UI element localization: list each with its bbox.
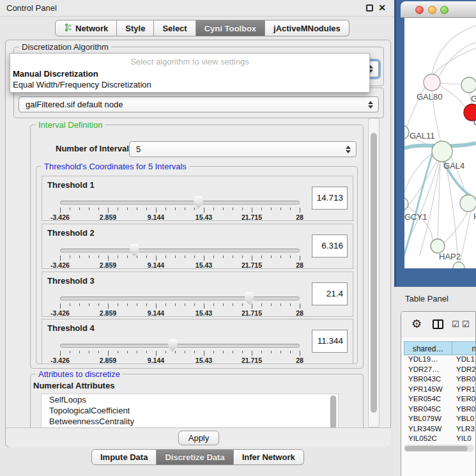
table-cell: YBR045C — [404, 405, 450, 415]
slider-thumb[interactable] — [244, 292, 254, 305]
threshold-panel: Threshold 3-3.4262.8599.14415.4321.71528… — [42, 272, 353, 317]
node-gal80[interactable] — [424, 74, 440, 91]
table-row[interactable]: YDL19…YDL1 — [404, 355, 476, 365]
bottom-tab-strip: Impute DataDiscretize DataInfer Network — [91, 449, 304, 465]
table-data-combobox[interactable]: galFiltered.sif default node — [19, 96, 379, 112]
table-cell: YBL079W — [404, 415, 450, 425]
algorithm-options: Manual DiscretizationEqual Width/Frequen… — [10, 68, 369, 90]
table-data-value: galFiltered.sif default node — [26, 100, 123, 109]
checkbox-icon[interactable]: ☑ — [462, 319, 470, 329]
column-header[interactable]: shared… — [404, 341, 452, 355]
tab-infer-network[interactable]: Infer Network — [234, 449, 304, 465]
algorithm-option[interactable]: Equal Width/Frequency Discretization — [10, 79, 369, 90]
attribute-list-item[interactable]: SelfLoops — [42, 394, 338, 405]
tab-impute-data[interactable]: Impute Data — [91, 449, 157, 465]
algorithm-option[interactable]: Manual Discretization — [10, 68, 369, 79]
apply-band: Apply — [6, 427, 391, 447]
threshold-slider[interactable]: -3.4262.8599.14415.4321.71528 — [60, 340, 300, 363]
number-of-intervals-combobox[interactable]: 5 — [129, 141, 357, 157]
table-cell: YDR2 — [450, 365, 476, 376]
interval-definition-label: Interval Definition — [36, 120, 105, 130]
threshold-label: Threshold 1 — [47, 180, 95, 190]
split-columns-icon[interactable] — [433, 319, 443, 329]
close-window-icon[interactable] — [415, 6, 424, 14]
table-rows: YDL19…YDL1YDR27…YDR2YBR043CYBR0YPR145WYP… — [404, 355, 476, 443]
main-scrollbar[interactable] — [368, 118, 380, 427]
number-of-intervals-value: 5 — [136, 144, 141, 154]
table-row[interactable]: YER054CYER0 — [404, 395, 476, 405]
node-h[interactable] — [460, 195, 476, 211]
table-panel-body: ⚙ ☑ ☑ shared…name YDL19…YDL1YDR27…YDR2YB… — [401, 311, 476, 476]
table-cell: YDL19… — [404, 355, 450, 365]
attributes-group-label: Attributes to discretize — [36, 369, 123, 379]
threshold-slider[interactable]: -3.4262.8599.14415.4321.71528 — [60, 293, 300, 316]
tab-select[interactable]: Select — [154, 20, 196, 36]
table-row[interactable]: YBR045CYBR0 — [404, 405, 476, 415]
threshold-value-field[interactable]: 11.344 — [312, 330, 348, 353]
table-row[interactable]: YIL052CYIL0 — [404, 434, 476, 443]
control-panel: Control Panel ✕ NetworkStyleSelectCyni T… — [0, 0, 394, 476]
slider-thumb[interactable] — [193, 196, 203, 209]
table-cell: YLR345W — [404, 425, 450, 435]
node-bottom[interactable] — [453, 262, 464, 268]
cyni-toolbox-panel: Discretization Algorithm Select algorith… — [5, 40, 391, 447]
threshold-coordinates-group: Threshold's Coordinates for 5 Intervals … — [36, 166, 358, 364]
threshold-slider[interactable]: -3.4262.8599.14415.4321.71528 — [60, 197, 300, 220]
table-cell: YBR043C — [404, 375, 450, 385]
apply-button[interactable]: Apply — [178, 431, 219, 445]
scrollbar-thumb[interactable] — [371, 133, 377, 413]
scrollbar-thumb[interactable] — [330, 395, 336, 427]
tab-jactivemnodules[interactable]: jActiveMNodules — [265, 20, 349, 36]
algorithm-dropdown-popup: Select algorithm to view settings Manual… — [10, 53, 370, 93]
minimize-window-icon[interactable] — [428, 6, 436, 14]
table-hscrollbar[interactable] — [404, 445, 474, 452]
numerical-attributes-list[interactable]: SelfLoopsTopologicalCoefficientBetweenne… — [41, 394, 339, 427]
slider-thumb[interactable] — [129, 244, 139, 257]
tab-network[interactable]: Network — [55, 20, 117, 36]
tab-cyni-toolbox[interactable]: Cyni Toolbox — [196, 20, 265, 36]
checkbox-icon[interactable]: ☑ — [452, 319, 460, 329]
table-header[interactable]: shared…name — [404, 341, 476, 355]
node-gcy1[interactable] — [404, 197, 408, 210]
attributes-scrollbar[interactable] — [330, 395, 337, 427]
attribute-list-item[interactable]: BetweennessCentrality — [42, 416, 338, 427]
threshold-value-field[interactable]: 6.316 — [312, 234, 348, 257]
slider-track[interactable] — [60, 296, 300, 300]
table-row[interactable]: YPR145WYPR1 — [404, 385, 476, 395]
scale-labels: -3.4262.8599.14415.4321.71528 — [60, 213, 300, 221]
tab-style[interactable]: Style — [117, 20, 154, 36]
threshold-value-field[interactable]: 21.4 — [312, 282, 348, 305]
table-row[interactable]: YDR27…YDR2 — [404, 365, 476, 376]
table-row[interactable]: YLR345WYLR3 — [404, 425, 476, 435]
zoom-window-icon[interactable] — [440, 6, 449, 14]
network-canvas[interactable]: GAL80 G C GAL11 GAL4 GCY1 H HAP2 — [404, 18, 476, 268]
node-gal4[interactable] — [432, 141, 452, 162]
slider-track[interactable] — [60, 249, 300, 252]
slider-track[interactable] — [60, 344, 300, 348]
attribute-list-item[interactable]: TopologicalCoefficient — [42, 405, 338, 416]
tab-label: Discretize Data — [165, 452, 224, 462]
network-icon — [64, 23, 72, 34]
gear-icon[interactable]: ⚙ — [411, 317, 422, 331]
float-window-icon[interactable] — [366, 4, 373, 12]
node-hap2[interactable] — [431, 239, 445, 253]
node-top-right[interactable] — [461, 77, 476, 93]
slider-thumb[interactable] — [167, 339, 178, 352]
threshold-value-field[interactable]: 14.713 — [312, 187, 348, 210]
threshold-slider[interactable]: -3.4262.8599.14415.4321.71528 — [60, 245, 300, 268]
node-label: GAL4 — [443, 161, 464, 171]
scrollbar-thumb[interactable] — [405, 446, 468, 451]
tab-discretize-data[interactable]: Discretize Data — [157, 449, 233, 465]
table-cell: YLR3 — [450, 425, 476, 435]
slider-track[interactable] — [60, 201, 300, 204]
tick-ruler — [60, 256, 300, 261]
table-row[interactable]: YBR043CYBR0 — [404, 375, 476, 385]
table-cell: YPR1 — [450, 385, 476, 395]
threshold-panel: Threshold 1-3.4262.8599.14415.4321.71528… — [42, 176, 353, 221]
close-panel-icon[interactable]: ✕ — [378, 4, 386, 12]
table-row[interactable]: YBL079WYBL0 — [404, 415, 476, 425]
discretization-algorithm-label: Discretization Algorithm — [19, 42, 111, 52]
top-tab-strip: NetworkStyleSelectCyni ToolboxjActiveMNo… — [55, 20, 349, 36]
node-gal11[interactable] — [404, 125, 409, 139]
column-header[interactable]: name — [452, 341, 476, 355]
